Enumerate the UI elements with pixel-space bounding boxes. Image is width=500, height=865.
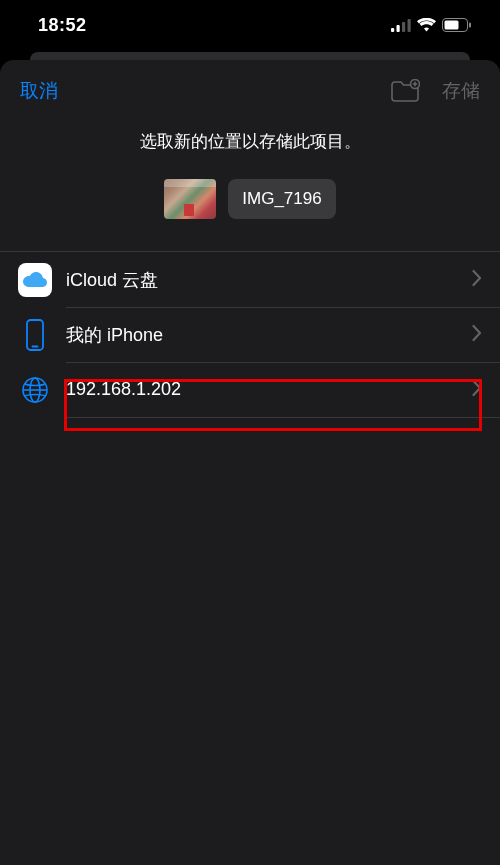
- wifi-icon: [417, 18, 436, 32]
- instruction-text: 选取新的位置以存储此项目。: [0, 116, 500, 155]
- location-item-network[interactable]: 192.168.1.202: [0, 362, 500, 417]
- svg-rect-6: [469, 23, 471, 28]
- header-right: 存储: [390, 78, 480, 104]
- svg-rect-2: [402, 22, 405, 32]
- svg-rect-5: [445, 21, 459, 30]
- status-time: 18:52: [38, 15, 87, 36]
- file-thumbnail: [164, 179, 216, 219]
- new-folder-icon[interactable]: [390, 79, 420, 103]
- location-label: 我的 iPhone: [66, 323, 472, 347]
- svg-rect-1: [397, 25, 400, 32]
- icloud-icon: [18, 263, 52, 297]
- iphone-icon: [18, 318, 52, 352]
- location-label: 192.168.1.202: [66, 379, 472, 400]
- filename-chip[interactable]: IMG_7196: [228, 179, 335, 219]
- chevron-right-icon: [472, 322, 482, 348]
- location-item-icloud[interactable]: iCloud 云盘: [0, 252, 500, 307]
- location-label: iCloud 云盘: [66, 268, 472, 292]
- status-indicators: [391, 18, 472, 32]
- chevron-right-icon: [472, 267, 482, 293]
- file-preview: IMG_7196: [0, 155, 500, 251]
- cellular-signal-icon: [391, 19, 411, 32]
- save-button[interactable]: 存储: [442, 78, 480, 104]
- location-item-iphone[interactable]: 我的 iPhone: [0, 307, 500, 362]
- battery-icon: [442, 18, 472, 32]
- chevron-right-icon: [472, 377, 482, 403]
- svg-rect-3: [408, 19, 411, 32]
- status-bar: 18:52: [0, 0, 500, 50]
- svg-rect-0: [391, 28, 394, 32]
- svg-rect-11: [27, 320, 43, 350]
- location-list: iCloud 云盘 我的 iPhone: [0, 251, 500, 417]
- save-sheet: 取消 存储 选取新的位置以存储此项目。 IMG_7196: [0, 60, 500, 865]
- globe-icon: [18, 373, 52, 407]
- background-peek: [30, 52, 470, 60]
- cancel-button[interactable]: 取消: [20, 78, 58, 104]
- sheet-header: 取消 存储: [0, 60, 500, 116]
